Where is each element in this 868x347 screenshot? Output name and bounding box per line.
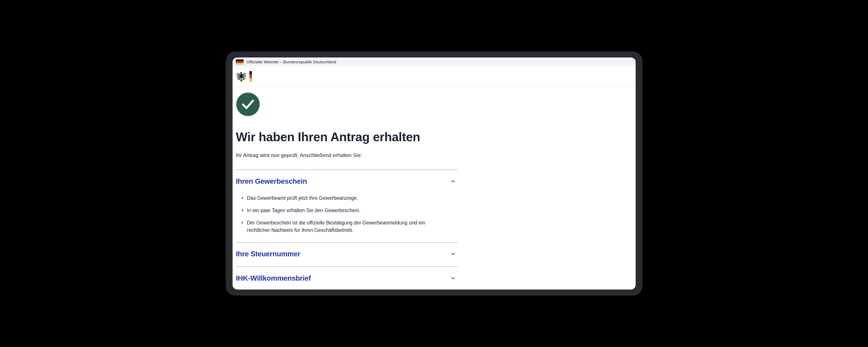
success-check-badge bbox=[236, 93, 260, 116]
browser-page: Offizielle Website – Bundesrepublik Deut… bbox=[232, 58, 636, 289]
device-frame: Offizielle Website – Bundesrepublik Deut… bbox=[226, 52, 642, 295]
intro-text: Ihr Antrag wird nun geprüft. Anschließen… bbox=[236, 152, 362, 159]
chevron-up-icon bbox=[451, 180, 455, 183]
accordion-gewerbeschein[interactable]: Ihren Gewerbeschein bbox=[236, 176, 458, 187]
list-item: Der Gewerbeschein ist die offizielle Bes… bbox=[242, 219, 446, 234]
accordion-label: Ihren Gewerbeschein bbox=[236, 177, 307, 185]
page-title: Wir haben Ihren Antrag erhalten bbox=[236, 130, 420, 144]
desktop-background: { "banner": { "flag_icon": "german-flag-… bbox=[0, 0, 868, 347]
government-logo[interactable] bbox=[236, 71, 252, 82]
list-item: In ein paar Tagen erhalten Sie den Gewer… bbox=[242, 207, 446, 214]
accordion-steuernummer[interactable]: Ihre Steuernummer bbox=[236, 248, 458, 260]
german-flag-icon bbox=[236, 59, 244, 65]
check-icon bbox=[241, 99, 255, 110]
gewerbeschein-details: Das Gewerbeamt prüft jetzt Ihre Gewerbea… bbox=[242, 194, 446, 239]
bundesadler-icon bbox=[236, 71, 246, 82]
official-banner-text: Offizielle Website – Bundesrepublik Deut… bbox=[246, 60, 336, 64]
chevron-down-icon bbox=[451, 253, 455, 255]
accordion-label: Ihre Steuernummer bbox=[236, 250, 301, 258]
flag-stripe-icon bbox=[249, 71, 252, 82]
site-header bbox=[232, 67, 636, 87]
list-item: Das Gewerbeamt prüft jetzt Ihre Gewerbea… bbox=[242, 194, 446, 202]
accordion-label: IHK-Willkommensbrief bbox=[236, 274, 311, 282]
divider bbox=[236, 169, 458, 170]
chevron-down-icon bbox=[451, 277, 455, 280]
accordion-ihk-willkommensbrief[interactable]: IHK-Willkommensbrief bbox=[236, 273, 458, 284]
official-banner: Offizielle Website – Bundesrepublik Deut… bbox=[232, 58, 636, 67]
divider bbox=[236, 266, 458, 267]
divider bbox=[236, 242, 458, 243]
